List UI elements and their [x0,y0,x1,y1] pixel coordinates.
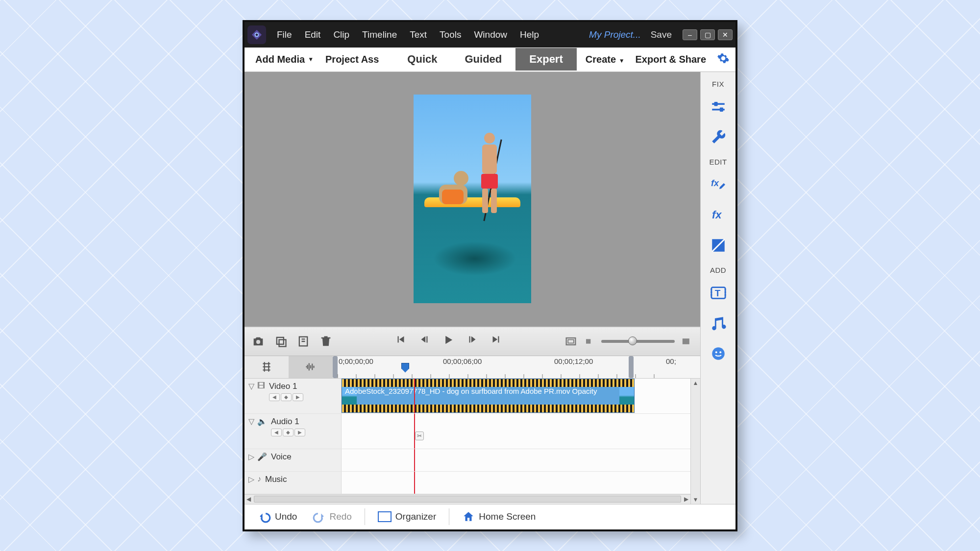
right-panel: FIX EDIT fx fx ADD T [700,72,735,504]
home-icon [462,510,475,523]
create-button[interactable]: Create ▼ [586,54,625,65]
fx-button[interactable]: fx [706,202,731,228]
delete-button[interactable] [319,335,333,348]
step-back-button[interactable] [418,333,431,350]
titles-button[interactable]: T [706,280,731,306]
playhead-line [414,414,415,449]
graphics-button[interactable] [706,341,731,366]
window-maximize-button[interactable]: ▢ [700,29,715,40]
fast-fwd-icon [490,333,502,346]
time-ruler[interactable]: 0;00;00;00 00;00;06;00 00;00;12;00 00; [333,356,700,378]
menu-file[interactable]: File [271,27,298,42]
track-header-voice[interactable]: ▷ 🎤 Voice [245,449,342,471]
add-media-button[interactable]: Add Media ▼ [249,54,319,65]
zoom-slider[interactable] [601,340,675,343]
slider-thumb[interactable] [628,336,637,345]
track-prev-keyframe[interactable]: ◀ [269,393,280,401]
zoom-in-icon [680,335,693,348]
music-button[interactable] [706,311,731,336]
scroll-left-icon[interactable]: ◀ [246,496,251,503]
menu-help[interactable]: Help [514,27,545,42]
menu-bar: File Edit Clip Timeline Text Tools Windo… [245,22,735,48]
svg-rect-10 [683,338,689,344]
mode-tab-guided[interactable]: Guided [451,48,516,71]
adjust-button[interactable] [706,94,731,120]
track-add-keyframe[interactable]: ◆ [281,393,292,401]
timeline-h-scrollbar[interactable]: ◀ ▶ [245,494,690,504]
collapse-icon[interactable]: ▽ [248,417,254,426]
svg-rect-4 [277,337,284,344]
expand-icon[interactable]: ▷ [248,475,254,484]
audio-view-button[interactable] [289,356,333,378]
fx-edit-button[interactable]: fx [706,172,731,197]
expand-icon[interactable]: ▷ [248,452,254,461]
scrollbar-track[interactable] [254,496,681,503]
redo-label: Redo [329,511,351,522]
timeline-v-scrollbar[interactable]: ▲ ▼ [690,379,700,504]
menu-clip[interactable]: Clip [327,27,355,42]
scroll-right-icon[interactable]: ▶ [684,496,688,503]
divider [449,508,449,525]
app-logo-icon[interactable] [247,25,266,44]
razor-tool-icon[interactable]: ✂ [415,431,424,440]
zoom-out-icon [583,335,596,348]
track-body-video-1[interactable]: AdobeStock_232097778_HD - dog on surfboa… [342,379,690,413]
caret-down-icon: ▼ [619,57,625,64]
transitions-button[interactable] [706,233,731,258]
tools-button[interactable] [706,124,731,150]
svg-rect-5 [279,339,286,346]
window-minimize-button[interactable]: – [683,29,697,40]
mode-tab-quick[interactable]: Quick [393,48,451,71]
track-body-music[interactable] [342,472,690,494]
home-screen-button[interactable]: Home Screen [456,508,541,525]
snapshot-button[interactable] [251,335,265,348]
window-close-button[interactable]: ✕ [718,29,733,40]
track-next-keyframe[interactable]: ▶ [293,393,303,401]
undo-button[interactable]: Undo [252,508,303,525]
menu-timeline[interactable]: Timeline [356,27,403,42]
track-music: ▷ ♪ Music [245,472,690,494]
menu-window[interactable]: Window [468,27,513,42]
filmstrip-icon: 🎞 [257,382,265,390]
marker-button[interactable] [296,335,310,348]
collapse-icon[interactable]: ▽ [248,382,254,391]
svg-point-38 [715,351,717,353]
track-next-keyframe[interactable]: ▶ [294,429,305,436]
export-share-button[interactable]: Export & Share [636,54,706,65]
settings-button[interactable] [717,52,730,67]
fx-edit-icon: fx [710,176,727,193]
redo-button[interactable]: Redo [307,508,357,525]
track-prev-keyframe[interactable]: ◀ [271,429,282,436]
app-window: File Edit Clip Timeline Text Tools Windo… [243,20,737,531]
track-body-voice[interactable] [342,449,690,471]
track-header-video-1[interactable]: ▽ 🎞 Video 1 ◀ ◆ ▶ [245,379,342,413]
timeline-view-button[interactable] [245,356,289,378]
track-header-music[interactable]: ▷ ♪ Music [245,472,342,494]
timeline-tracks: ▽ 🎞 Video 1 ◀ ◆ ▶ [245,379,700,504]
titles-icon: T [710,285,727,301]
project-assets-button[interactable]: Project Ass [319,54,385,65]
rotate-button[interactable] [274,335,288,348]
zoom-in-button[interactable] [680,335,693,348]
track-body-audio-1[interactable]: ✂ [342,414,690,449]
rewind-button[interactable] [394,333,407,350]
menu-text[interactable]: Text [404,27,433,42]
track-header-audio-1[interactable]: ▽ 🔈 Audio 1 ◀ ◆ ▶ [245,414,342,449]
organizer-button[interactable]: Organizer [372,509,442,524]
menu-tools[interactable]: Tools [434,27,467,42]
home-label: Home Screen [479,511,536,522]
menu-edit[interactable]: Edit [299,27,327,42]
zoom-out-button[interactable] [583,335,596,348]
save-button[interactable]: Save [651,29,672,40]
play-button[interactable] [441,333,455,350]
scroll-up-icon[interactable]: ▲ [693,380,699,386]
program-monitor[interactable] [245,72,700,327]
step-fwd-button[interactable] [466,333,479,350]
safe-margins-button[interactable] [564,335,578,348]
track-add-keyframe[interactable]: ◆ [283,429,294,436]
fast-fwd-button[interactable] [490,333,502,350]
scroll-down-icon[interactable]: ▼ [693,496,699,503]
mode-tab-expert[interactable]: Expert [515,48,576,71]
video-clip[interactable]: AdobeStock_232097778_HD - dog on surfboa… [342,379,635,413]
project-name[interactable]: My Project... [589,29,641,40]
